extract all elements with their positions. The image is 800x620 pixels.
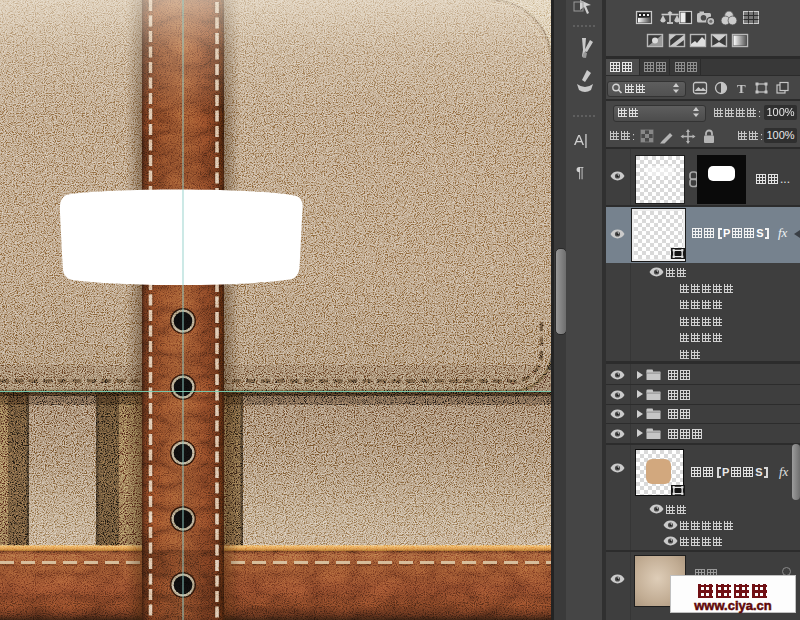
svg-text:T: T [737, 81, 746, 96]
